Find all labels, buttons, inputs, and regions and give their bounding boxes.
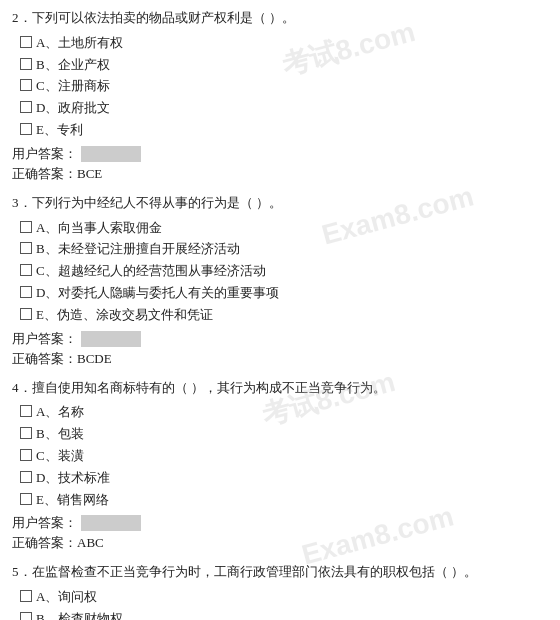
option-row: E、专利 — [20, 120, 548, 141]
checkbox-icon[interactable] — [20, 36, 32, 48]
option-label: B、企业产权 — [36, 55, 110, 76]
option-label: B、检查财物权 — [36, 609, 123, 620]
options-q3: A、向当事人索取佣金B、未经登记注册擅自开展经济活动C、超越经纪人的经营范围从事… — [12, 218, 548, 326]
options-q5: A、询问权B、检查财物权C、强制拘留权D、行政处罚权E、行政处分权 — [12, 587, 548, 620]
question-title-q5: 5．在监督检查不正当竞争行为时，工商行政管理部门依法具有的职权包括（ ）。 — [12, 562, 548, 583]
option-row: B、检查财物权 — [20, 609, 548, 620]
user-answer-row: 用户答案： — [12, 514, 548, 532]
option-row: A、名称 — [20, 402, 548, 423]
option-row: C、注册商标 — [20, 76, 548, 97]
user-answer-label: 用户答案： — [12, 330, 77, 348]
option-label: D、技术标准 — [36, 468, 110, 489]
option-row: D、技术标准 — [20, 468, 548, 489]
option-row: B、未经登记注册擅自开展经济活动 — [20, 239, 548, 260]
user-answer-row: 用户答案： — [12, 145, 548, 163]
checkbox-icon[interactable] — [20, 221, 32, 233]
question-block-q5: 5．在监督检查不正当竞争行为时，工商行政管理部门依法具有的职权包括（ ）。A、询… — [12, 562, 548, 620]
options-q4: A、名称B、包装C、装潢D、技术标准E、销售网络 — [12, 402, 548, 510]
option-row: E、伪造、涂改交易文件和凭证 — [20, 305, 548, 326]
user-answer-label: 用户答案： — [12, 514, 77, 532]
option-label: E、伪造、涂改交易文件和凭证 — [36, 305, 213, 326]
option-label: C、注册商标 — [36, 76, 110, 97]
checkbox-icon[interactable] — [20, 471, 32, 483]
user-answer-label: 用户答案： — [12, 145, 77, 163]
user-answer-row: 用户答案： — [12, 330, 548, 348]
checkbox-icon[interactable] — [20, 493, 32, 505]
checkbox-icon[interactable] — [20, 101, 32, 113]
checkbox-icon[interactable] — [20, 405, 32, 417]
checkbox-icon[interactable] — [20, 427, 32, 439]
options-q2: A、土地所有权B、企业产权C、注册商标D、政府批文E、专利 — [12, 33, 548, 141]
option-label: A、名称 — [36, 402, 84, 423]
checkbox-icon[interactable] — [20, 123, 32, 135]
checkbox-icon[interactable] — [20, 242, 32, 254]
checkbox-icon[interactable] — [20, 449, 32, 461]
option-label: E、专利 — [36, 120, 83, 141]
checkbox-icon[interactable] — [20, 58, 32, 70]
question-title-q3: 3．下列行为中经纪人不得从事的行为是（ ）。 — [12, 193, 548, 214]
question-block-q3: 3．下列行为中经纪人不得从事的行为是（ ）。A、向当事人索取佣金B、未经登记注册… — [12, 193, 548, 368]
correct-answer: 正确答案：BCDE — [12, 350, 548, 368]
checkbox-icon[interactable] — [20, 590, 32, 602]
option-row: B、企业产权 — [20, 55, 548, 76]
option-label: D、政府批文 — [36, 98, 110, 119]
option-row: B、包装 — [20, 424, 548, 445]
question-block-q4: 4．擅自使用知名商标特有的（ ），其行为构成不正当竞争行为。A、名称B、包装C、… — [12, 378, 548, 553]
option-row: A、向当事人索取佣金 — [20, 218, 548, 239]
option-label: A、向当事人索取佣金 — [36, 218, 162, 239]
page-content: 2．下列可以依法拍卖的物品或财产权利是（ ）。A、土地所有权B、企业产权C、注册… — [0, 0, 560, 620]
option-row: A、询问权 — [20, 587, 548, 608]
option-row: D、对委托人隐瞒与委托人有关的重要事项 — [20, 283, 548, 304]
answer-input-box[interactable] — [81, 515, 141, 531]
option-label: E、销售网络 — [36, 490, 109, 511]
option-label: B、未经登记注册擅自开展经济活动 — [36, 239, 240, 260]
option-label: B、包装 — [36, 424, 84, 445]
checkbox-icon[interactable] — [20, 264, 32, 276]
checkbox-icon[interactable] — [20, 286, 32, 298]
question-title-q2: 2．下列可以依法拍卖的物品或财产权利是（ ）。 — [12, 8, 548, 29]
option-label: A、询问权 — [36, 587, 97, 608]
option-label: A、土地所有权 — [36, 33, 123, 54]
option-row: D、政府批文 — [20, 98, 548, 119]
correct-answer: 正确答案：ABC — [12, 534, 548, 552]
option-row: E、销售网络 — [20, 490, 548, 511]
checkbox-icon[interactable] — [20, 79, 32, 91]
question-title-q4: 4．擅自使用知名商标特有的（ ），其行为构成不正当竞争行为。 — [12, 378, 548, 399]
option-row: A、土地所有权 — [20, 33, 548, 54]
option-label: D、对委托人隐瞒与委托人有关的重要事项 — [36, 283, 279, 304]
option-row: C、装潢 — [20, 446, 548, 467]
answer-input-box[interactable] — [81, 146, 141, 162]
checkbox-icon[interactable] — [20, 612, 32, 620]
question-block-q2: 2．下列可以依法拍卖的物品或财产权利是（ ）。A、土地所有权B、企业产权C、注册… — [12, 8, 548, 183]
option-row: C、超越经纪人的经营范围从事经济活动 — [20, 261, 548, 282]
option-label: C、超越经纪人的经营范围从事经济活动 — [36, 261, 266, 282]
answer-input-box[interactable] — [81, 331, 141, 347]
option-label: C、装潢 — [36, 446, 84, 467]
correct-answer: 正确答案：BCE — [12, 165, 548, 183]
checkbox-icon[interactable] — [20, 308, 32, 320]
